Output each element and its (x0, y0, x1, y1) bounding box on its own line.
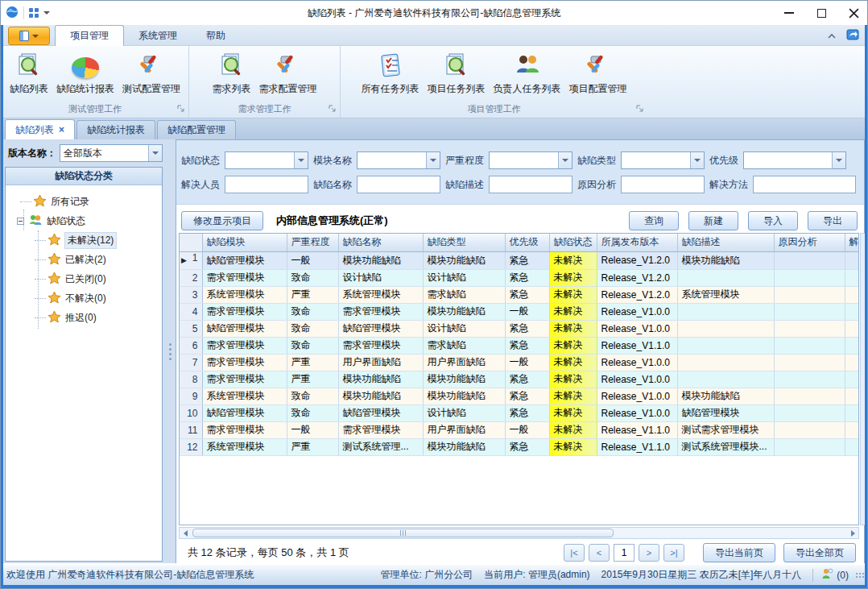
table-cell[interactable]: 紧急 (505, 404, 549, 421)
project-tasks-button[interactable]: 项目任务列表 (424, 48, 490, 97)
table-cell[interactable]: 需求管理模块 (338, 337, 423, 354)
table-cell[interactable]: Release_V1.2.0 (597, 251, 677, 269)
table-cell[interactable] (845, 421, 859, 438)
table-cell[interactable]: 未解决 (549, 354, 597, 371)
row-number[interactable]: 4 (180, 303, 202, 320)
requirement-config-button[interactable]: 需求配置管理 (255, 48, 321, 97)
row-number[interactable]: 2 (180, 269, 202, 286)
import-button[interactable]: 导入 (748, 211, 798, 230)
resize-grip[interactable] (855, 572, 865, 579)
table-cell[interactable]: 未解决 (549, 371, 597, 388)
table-cell[interactable]: 一般 (287, 251, 338, 269)
table-cell[interactable]: 严重 (287, 354, 338, 371)
table-cell[interactable]: 设计缺陷 (423, 320, 505, 337)
table-cell[interactable]: 需求管理模块 (202, 421, 287, 438)
row-number[interactable]: 6 (180, 337, 202, 354)
table-cell[interactable]: 需求管理模块 (202, 269, 287, 286)
table-cell[interactable] (774, 371, 845, 388)
table-cell[interactable]: 模块功能缺陷 (338, 371, 423, 388)
table-row[interactable]: 6需求管理模块致命需求管理模块需求缺陷紧急未解决Release_V1.1.0 (180, 337, 859, 354)
table-row[interactable]: 3系统管理模块严重系统管理模块需求缺陷紧急未解决Release_V1.2.0系统… (180, 286, 859, 303)
table-row[interactable]: ▶1缺陷管理模块一般模块功能缺陷模块功能缺陷紧急未解决Release_V1.2.… (180, 251, 859, 269)
table-cell[interactable]: Release_V1.2.0 (597, 286, 677, 303)
table-cell[interactable]: 模块功能缺陷 (677, 388, 774, 404)
table-cell[interactable]: 未解决 (549, 337, 597, 354)
table-cell[interactable]: 未解决 (549, 251, 597, 269)
all-tasks-button[interactable]: 所有任务列表 (358, 48, 424, 97)
table-cell[interactable] (774, 337, 845, 354)
table-cell[interactable]: 系统管理模块 (338, 286, 423, 303)
first-page-button[interactable]: |< (564, 544, 585, 562)
ribbon-collapse-icon[interactable] (827, 31, 837, 42)
export-all-pages-button[interactable]: 导出全部页 (783, 543, 856, 562)
table-cell[interactable]: 严重 (287, 286, 338, 303)
table-cell[interactable]: 一般 (505, 303, 549, 320)
tree-item-resolved[interactable]: 已解决(2) (6, 250, 162, 269)
table-cell[interactable] (677, 269, 774, 286)
table-cell[interactable]: 未解决 (549, 388, 597, 404)
table-cell[interactable]: 系统管理模块 (202, 286, 287, 303)
table-cell[interactable] (774, 269, 845, 286)
table-cell[interactable]: 模块功能缺陷 (677, 251, 774, 269)
horizontal-scroll-thumb[interactable] (192, 529, 614, 537)
table-cell[interactable]: 系统管理模块 (202, 388, 287, 404)
table-cell[interactable]: 缺陷管理模块 (338, 320, 423, 337)
table-row[interactable]: 10缺陷管理模块致命缺陷管理模块设计缺陷紧急未解决Release_V1.0.0缺… (180, 404, 859, 421)
table-cell[interactable]: 未解决 (549, 421, 597, 438)
table-cell[interactable]: Release_V1.1.0 (597, 421, 677, 438)
tree-collapse-icon[interactable] (17, 218, 24, 225)
maximize-button[interactable] (816, 7, 827, 19)
table-cell[interactable]: 测试系统管理... (338, 438, 423, 455)
table-cell[interactable] (845, 438, 859, 455)
tree-item-closed[interactable]: 已关闭(0) (6, 269, 162, 288)
defect-list-button[interactable]: 缺陷列表 (6, 48, 52, 97)
modify-columns-button[interactable]: 修改显示项目 (181, 211, 263, 230)
dialog-launcher-icon[interactable] (177, 103, 184, 114)
table-cell[interactable]: 设计缺陷 (423, 269, 505, 286)
table-cell[interactable]: Release_V1.0.0 (597, 354, 677, 371)
tree-item-postponed[interactable]: 推迟(0) (6, 308, 162, 327)
sidebar-splitter[interactable] (164, 139, 176, 563)
doc-tab-defect-list[interactable]: 缺陷列表 × (5, 119, 75, 139)
table-cell[interactable] (677, 320, 774, 337)
new-button[interactable]: 新建 (688, 211, 738, 230)
filter-cause-input[interactable] (621, 176, 705, 193)
table-cell[interactable]: 需求管理模块 (202, 337, 287, 354)
row-number[interactable]: 12 (180, 438, 202, 455)
table-cell[interactable]: Release_V1.0.0 (597, 404, 677, 421)
row-number[interactable]: ▶1 (180, 251, 202, 269)
application-menu-button[interactable] (8, 27, 50, 45)
table-cell[interactable]: 严重 (287, 371, 338, 388)
column-header[interactable]: 原因分析 (774, 234, 845, 251)
table-cell[interactable] (845, 320, 859, 337)
table-cell[interactable]: 致命 (287, 303, 338, 320)
table-cell[interactable]: 缺陷管理模块 (202, 251, 287, 269)
table-cell[interactable] (774, 388, 845, 404)
table-cell[interactable]: 紧急 (505, 269, 549, 286)
table-cell[interactable]: 紧急 (505, 251, 549, 269)
table-cell[interactable]: 一般 (505, 421, 549, 438)
table-cell[interactable]: 用户界面缺陷 (423, 354, 505, 371)
version-combo[interactable]: 全部版本 (60, 144, 163, 162)
messenger-person-icon[interactable] (821, 568, 833, 583)
table-cell[interactable]: 缺陷管理模块 (338, 404, 423, 421)
page-number-input[interactable] (614, 544, 634, 562)
table-cell[interactable] (774, 421, 845, 438)
dialog-launcher-icon[interactable] (329, 103, 336, 114)
table-cell[interactable]: 需求管理模块 (202, 371, 287, 388)
dialog-launcher-icon[interactable] (636, 103, 643, 114)
tree-item-defect-status[interactable]: 缺陷状态 (6, 211, 162, 230)
table-row[interactable]: 9系统管理模块致命模块功能缺陷模块功能缺陷紧急未解决Release_V1.0.0… (180, 388, 859, 404)
export-button[interactable]: 导出 (808, 211, 858, 230)
row-number[interactable]: 7 (180, 354, 202, 371)
table-cell[interactable]: 致命 (287, 269, 338, 286)
table-cell[interactable]: 需求缺陷 (423, 286, 505, 303)
table-cell[interactable]: 系统管理模块 (202, 438, 287, 455)
defect-report-button[interactable]: 缺陷统计报表 (52, 48, 118, 97)
next-page-button[interactable]: > (639, 544, 659, 562)
ribbon-tab-project[interactable]: 项目管理 (55, 25, 124, 46)
table-cell[interactable] (774, 438, 845, 455)
tree-item-wont-fix[interactable]: 不解决(0) (6, 288, 162, 308)
filter-defect-status-combo[interactable] (225, 151, 308, 169)
table-row[interactable]: 4需求管理模块致命需求管理模块模块功能缺陷一般未解决Release_V1.0.0 (180, 303, 859, 320)
